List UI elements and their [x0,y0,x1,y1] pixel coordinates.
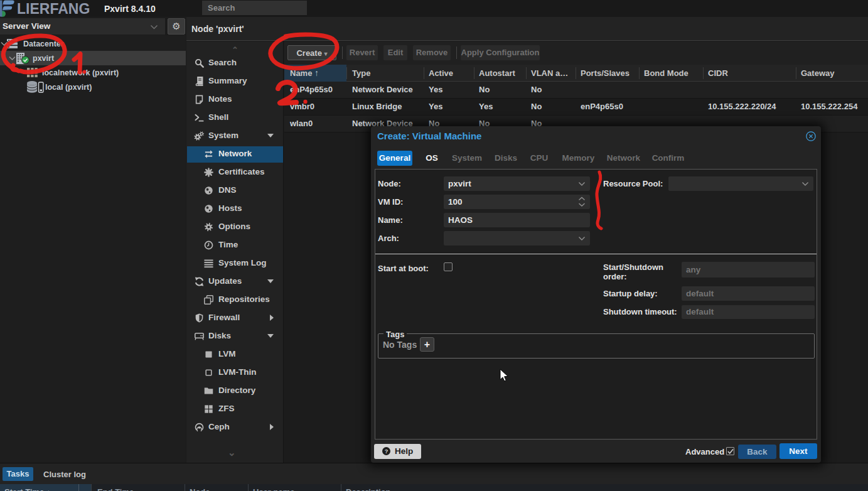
svg-text:?: ? [385,448,388,455]
